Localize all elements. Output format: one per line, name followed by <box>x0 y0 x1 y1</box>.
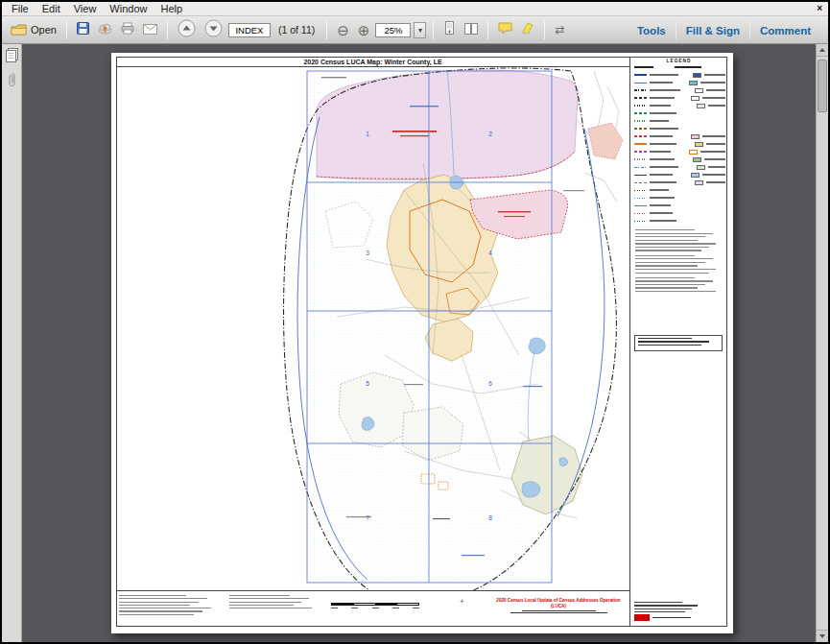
text-line-bar <box>119 598 207 599</box>
email-button[interactable] <box>140 18 160 41</box>
attachments-panel-button[interactable] <box>2 69 21 94</box>
toolbar-separator <box>487 20 488 39</box>
zoom-in-button[interactable]: ⊕ <box>355 18 373 41</box>
index-sheet-number: 3 <box>366 250 369 256</box>
down-triangle-icon <box>819 634 825 638</box>
legend-label-bar <box>706 143 725 144</box>
text-line-bar <box>635 284 705 285</box>
text-line-bar <box>635 233 713 234</box>
folder-icon <box>11 23 27 37</box>
legend-swatch <box>697 104 705 108</box>
index-sheet-number: 7 <box>366 514 369 521</box>
text-line-bar <box>635 269 716 270</box>
zoom-out-button[interactable]: ⊖ <box>334 18 352 41</box>
next-page-button[interactable] <box>202 18 225 41</box>
legend-label-bar <box>650 197 675 198</box>
legend-label-bar <box>650 112 676 113</box>
legend-row <box>634 202 725 209</box>
text-line-bar <box>638 341 709 342</box>
legend-swatch <box>691 134 700 139</box>
luca-heading: 2020 Census Local Update of Census Addre… <box>488 598 628 608</box>
footer-red-block: 2020 Census Local Update of Census Addre… <box>488 598 628 615</box>
application-window: FileEditViewWindowHelp × Open (1 of 11) … <box>0 0 830 644</box>
legend-label-bar <box>650 189 669 190</box>
legend-row <box>634 171 725 179</box>
zoom-dropdown-button[interactable]: ▾ <box>414 22 426 38</box>
print-button[interactable] <box>118 18 137 41</box>
scroll-up-button[interactable] <box>817 44 828 57</box>
window-close-button[interactable]: × <box>817 3 822 14</box>
open-button[interactable]: Open <box>8 18 59 41</box>
page-display-button[interactable] <box>462 18 481 41</box>
legend-swatch <box>695 180 703 185</box>
two-page-icon <box>464 21 478 38</box>
legend-line-symbol <box>634 135 647 136</box>
scroll-mode-button[interactable] <box>440 18 459 41</box>
legend-line-symbol <box>634 175 647 176</box>
legend-label-bar <box>708 105 725 106</box>
legend-column-headers <box>634 66 701 68</box>
page-thumbnails-panel-button[interactable] <box>2 44 21 69</box>
continuous-scroll-icon <box>443 21 456 38</box>
scrollbar-thumb[interactable] <box>818 60 827 112</box>
toolbar-separator <box>544 20 545 39</box>
tools-button[interactable]: Tools <box>628 25 676 36</box>
legend-label-bar <box>702 135 725 136</box>
sticky-note-button[interactable] <box>495 18 515 41</box>
comment-button[interactable]: Comment <box>750 25 820 36</box>
chevron-down-icon: ▾ <box>418 26 422 35</box>
map-credits-block <box>634 602 723 621</box>
up-arrow-icon <box>178 19 196 41</box>
text-line-bar <box>635 247 709 248</box>
legend-label-bar <box>650 212 673 213</box>
envelope-icon <box>143 21 157 38</box>
page-number-input[interactable] <box>228 23 271 37</box>
legend-label-bar <box>650 120 669 121</box>
legend-row <box>634 179 725 186</box>
sheet-info-box <box>634 335 723 351</box>
menu-item-window[interactable]: Window <box>103 3 154 14</box>
floppy-icon <box>77 21 89 38</box>
share-button[interactable]: ⇄ <box>552 18 567 41</box>
text-line-bar <box>510 612 607 613</box>
text-line-bar <box>635 277 695 278</box>
fill-sign-button[interactable]: Fill & Sign <box>676 25 749 36</box>
legend-line-symbol <box>634 143 647 144</box>
paperclip-icon <box>8 72 16 91</box>
legend-row <box>634 117 725 125</box>
legend-label-bar <box>704 158 725 159</box>
footer-notes-left <box>119 595 220 617</box>
scroll-down-button[interactable] <box>817 630 828 642</box>
highlight-button[interactable] <box>518 18 537 41</box>
highlighter-icon <box>521 21 534 38</box>
save-button[interactable] <box>74 18 92 41</box>
map-title-text: 2020 Census LUCA Map: Winter County, LE <box>303 59 441 65</box>
vertical-scrollbar[interactable] <box>816 44 828 642</box>
legend-line-symbol <box>634 205 647 206</box>
text-line-bar <box>119 608 211 608</box>
text-line-bar <box>635 273 709 274</box>
legend-row <box>634 102 725 109</box>
legend-line-symbol <box>634 182 647 183</box>
credits-bar <box>652 617 691 618</box>
legend-line-symbol <box>634 221 647 222</box>
legend-swatch <box>695 142 703 147</box>
menu-item-help[interactable]: Help <box>154 3 189 14</box>
index-sheet-number: 2 <box>488 131 492 137</box>
menu-item-edit[interactable]: Edit <box>36 3 67 14</box>
legend-row <box>634 132 725 140</box>
legend-label-bar <box>650 105 671 106</box>
legend-row <box>634 163 725 171</box>
printer-icon <box>121 21 134 38</box>
text-line-bar <box>119 595 186 596</box>
send-to-cloud-button[interactable] <box>95 18 115 41</box>
menu-item-view[interactable]: View <box>67 3 104 14</box>
text-line-bar <box>119 610 202 611</box>
text-line-bar <box>634 611 685 612</box>
navigation-pane-strip <box>2 44 22 642</box>
legend-line-symbol <box>634 105 647 106</box>
previous-page-button[interactable] <box>175 18 199 41</box>
zoom-level-value[interactable]: 25% <box>375 23 411 37</box>
pdf-page[interactable]: 2020 Census LUCA Map: Winter County, LE <box>111 53 733 633</box>
menu-item-file[interactable]: File <box>5 3 36 14</box>
